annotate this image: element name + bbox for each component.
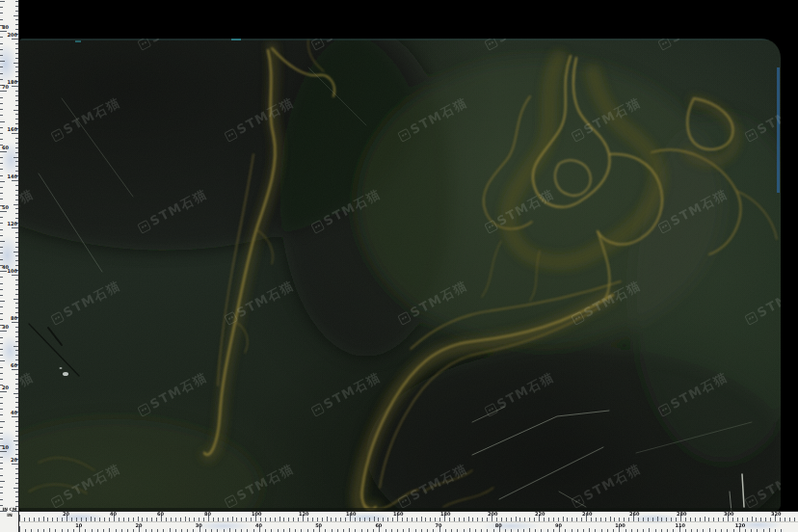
vruler-in-tick (0, 55, 3, 56)
hruler-cm-tick (468, 517, 469, 521)
hruler-in-label: 90 (555, 523, 562, 528)
vruler-cm-tick (15, 242, 18, 243)
hruler-cm-tick (718, 518, 719, 521)
vruler-cm-tick (15, 208, 18, 209)
hruler-cm-tick (643, 518, 644, 521)
vruler-in-tick (0, 487, 3, 488)
vruler-cm-tick (15, 426, 18, 427)
vruler-in-tick (0, 283, 3, 284)
hruler-cm-tick (449, 518, 450, 521)
vruler-cm-label: 180 (8, 80, 17, 85)
hruler-cm-tick (576, 518, 577, 521)
hruler-cm-tick (487, 518, 488, 521)
hruler-cm-tick (203, 518, 204, 521)
vruler-cm-tick (15, 294, 18, 295)
vruler-cm-tick (15, 421, 18, 422)
vruler-cm-tick (15, 341, 18, 342)
hruler-cm-tick (742, 518, 743, 521)
vruler-in-label: 20 (2, 386, 9, 390)
vruler-cm-tick (13, 15, 18, 16)
vruler-in-tick (0, 331, 7, 332)
vruler-in-tick (0, 66, 3, 67)
vruler-cm-tick (12, 464, 18, 465)
hruler-cm-tick (52, 518, 53, 521)
hruler-in-tick (529, 528, 530, 532)
hruler-cm-tick (378, 518, 379, 521)
vruler-in-tick (0, 409, 3, 410)
vruler-cm-tick (12, 369, 18, 370)
vruler-in-tick (0, 457, 3, 458)
hruler-cm-tick (138, 517, 139, 521)
vruler-cm-tick (13, 63, 18, 64)
hruler-cm-tick (464, 518, 465, 521)
vruler-cm-label: 160 (8, 127, 17, 132)
hruler-in-tick (109, 528, 110, 532)
vruler-in-tick (0, 235, 3, 236)
vruler-in-tick (0, 169, 3, 170)
vruler-cm-tick (15, 350, 18, 351)
hruler-cm-tick (760, 518, 761, 521)
hruler-in-tick (649, 528, 650, 532)
vruler-cm-tick (15, 247, 18, 248)
hruler-cm-tick (402, 518, 403, 521)
vruler-cm-tick (15, 138, 18, 139)
hruler-cm-tick (62, 518, 63, 521)
vertical-ruler: 2040608010012014016018020010203040506070… (0, 0, 19, 532)
vruler-in-tick (0, 301, 5, 302)
hruler-cm-tick (327, 517, 328, 521)
vruler-in-tick (0, 259, 3, 260)
hruler-cm-tick (671, 518, 672, 521)
vruler-cm-tick (15, 478, 18, 479)
hruler-cm-tick (591, 518, 592, 521)
hruler-cm-tick (524, 518, 525, 521)
vruler-cm-tick (13, 252, 18, 253)
vruler-in-tick (0, 19, 3, 20)
hruler-cm-label: 260 (629, 512, 639, 517)
slab-photo (19, 39, 781, 511)
hruler-cm-tick (185, 517, 186, 521)
vruler-in-tick (0, 73, 3, 74)
vruler-cm-tick (15, 143, 18, 144)
hruler-cm-tick (76, 518, 77, 521)
hruler-cm-tick (175, 518, 176, 521)
vruler-cm-tick (15, 501, 18, 502)
vruler-cm-tick (15, 161, 18, 162)
hruler-in-label: 10 (75, 523, 82, 528)
hruler-cm-tick (99, 518, 100, 521)
hruler-cm-tick (151, 518, 152, 521)
vruler-cm-tick (15, 166, 18, 167)
vruler-in-tick (0, 43, 3, 44)
vruler-cm-tick (12, 322, 18, 323)
vruler-cm-tick (15, 66, 18, 67)
vruler-in-label: 30 (2, 325, 9, 330)
vruler-cm-tick (15, 123, 18, 124)
hruler-cm-tick (369, 518, 370, 521)
hruler-cm-tick (472, 518, 473, 521)
vruler-cm-tick (15, 58, 18, 59)
vruler-cm-tick (15, 100, 18, 101)
hruler-in-label: 100 (615, 523, 625, 528)
vruler-in-tick (0, 313, 3, 314)
hruler-cm-tick (785, 518, 785, 521)
vruler-cm-tick (15, 473, 18, 474)
hruler-cm-tick (605, 518, 606, 521)
hruler-cm-tick (690, 518, 691, 521)
vruler-cm-tick (15, 147, 18, 148)
hruler-cm-tick (770, 518, 771, 521)
hruler-cm-tick (218, 518, 219, 521)
hruler-cm-label: 20 (63, 512, 69, 517)
hruler-cm-tick (516, 517, 517, 521)
vruler-cm-label: 200 (8, 33, 17, 38)
vruler-in-tick (0, 193, 3, 194)
hruler-cm-tick (307, 518, 308, 521)
vruler-cm-tick (15, 379, 18, 380)
vruler-in-tick (0, 397, 3, 398)
hruler-cm-tick (322, 518, 323, 521)
vruler-cm-tick (15, 95, 18, 96)
vruler-in-tick (0, 61, 5, 62)
hruler-cm-tick (279, 517, 280, 521)
hruler-cm-tick (109, 518, 110, 521)
hruler-cm-tick (232, 517, 233, 521)
vruler-in-tick (0, 414, 3, 415)
vruler-in-tick (0, 139, 3, 140)
